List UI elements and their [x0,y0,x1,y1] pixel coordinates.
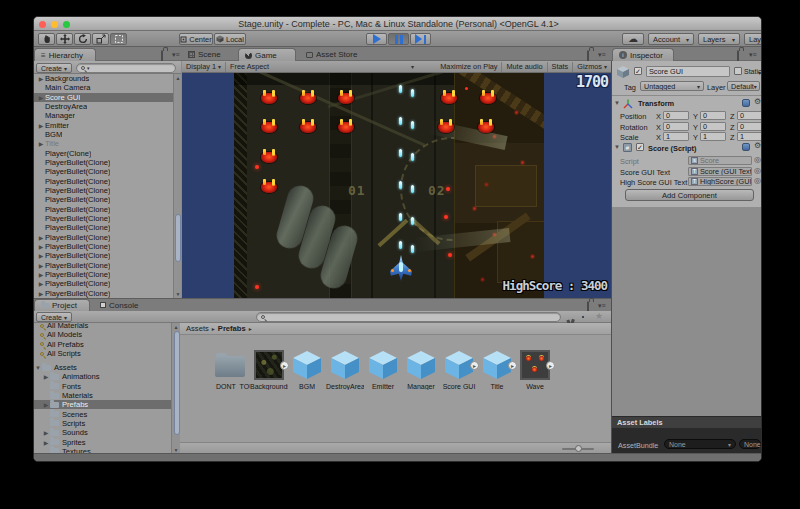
hand-tool-button[interactable] [38,33,55,45]
hierarchy-create-button[interactable]: Create▾ [36,63,72,73]
scale-y-field[interactable]: 1 [700,132,726,141]
foldout-icon[interactable]: ▶ [37,122,45,129]
hierarchy-item[interactable]: ▶PlayerBullet(Clone) [34,279,173,288]
hierarchy-item[interactable]: ▶PlayerBullet(Clone) [34,242,173,251]
project-tree-item[interactable]: ▶Sprites [34,437,171,446]
hierarchy-item[interactable]: ▶PlayerBullet(Clone) [34,270,173,279]
inspector-menu-icon[interactable]: ▾≡ [749,51,757,58]
foldout-icon[interactable]: ▶ [37,243,45,250]
minimize-traffic-light[interactable] [51,21,58,28]
rect-tool-button[interactable] [110,33,127,45]
tab-scene[interactable]: Scene [182,48,234,61]
foldout-icon[interactable]: ▶ [42,373,50,380]
hierarchy-item[interactable]: Manager [34,111,173,120]
object-picker-icon[interactable]: ◎ [754,167,761,175]
slider-knob[interactable] [575,445,582,452]
assetbundle-variant-dropdown[interactable]: None [739,439,761,449]
hierarchy-scrollbar[interactable]: ▲ ▼ [173,74,181,298]
breadcrumb-root[interactable]: Assets [186,324,209,333]
project-tree-item[interactable]: All Materials [34,323,171,330]
transform-gear-icon[interactable]: ⚙ [754,98,761,106]
project-tree-item[interactable]: ▶Prefabs [34,400,171,409]
foldout-icon[interactable]: ▶ [37,262,45,269]
transform-help-icon[interactable] [742,99,750,107]
layer-dropdown[interactable]: Default▾ [727,81,760,91]
hierarchy-item[interactable]: ▶Score GUI [34,93,173,102]
hierarchy-item[interactable]: PlayerBullet(Clone) [34,205,173,214]
foldout-icon[interactable]: ▶ [42,439,50,446]
search-favorites-star-icon[interactable]: ★ [595,311,603,321]
tab-project[interactable]: Project [34,299,90,311]
project-tree-item[interactable]: ▼Assets [34,363,171,372]
play-button[interactable] [366,33,387,45]
hierarchy-item[interactable]: ▶PlayerBullet(Clone) [34,251,173,260]
position-z-field[interactable]: 0 [737,111,762,120]
object-reference-field[interactable]: THighScore (GUI Tex [688,177,752,186]
cloud-services-button[interactable]: ☁ [622,33,644,45]
project-tree-item[interactable]: All Prefabs [34,340,171,349]
tab-asset-store[interactable]: Asset Store [300,48,372,61]
pause-button[interactable] [388,33,409,45]
hierarchy-item[interactable]: ▶Title [34,139,173,148]
game-viewport[interactable]: 0102 1700 HighScore : 3400 [182,73,611,298]
tab-inspector[interactable]: i Inspector [612,48,674,61]
foldout-icon[interactable]: ▶ [42,401,50,408]
script-component-title[interactable]: Score (Script) [648,144,696,153]
hierarchy-menu-icon[interactable]: ▾≡ [172,51,180,58]
rotate-tool-button[interactable] [74,33,91,45]
layout-dropdown[interactable]: Layout▾ [744,33,762,45]
scale-x-field[interactable]: 1 [663,132,689,141]
object-reference-field[interactable]: TScore (GUI Text) [688,167,752,176]
hierarchy-item[interactable]: ▶Emitter [34,121,173,130]
hierarchy-item[interactable]: BGM [34,130,173,139]
breadcrumb-current[interactable]: Prefabs [218,324,246,333]
pivot-local-button[interactable]: Local [214,33,246,45]
object-reference-field[interactable]: sScore [688,156,752,165]
hierarchy-item[interactable]: Main Camera [34,83,173,92]
gizmos-dropdown[interactable]: Gizmos ▾ [577,62,607,71]
hierarchy-item[interactable]: PlayerBullet(Clone) [34,186,173,195]
prefab-expand-badge[interactable]: ▸ [508,361,517,370]
static-chevron-icon[interactable]: ▾ [758,69,761,76]
project-tree-item[interactable]: All Scripts [34,349,171,358]
game-menu-icon[interactable]: ▾≡ [598,51,606,58]
object-picker-icon[interactable]: ◎ [754,177,761,185]
project-tree-item[interactable]: Materials [34,391,171,400]
tag-dropdown[interactable]: Untagged▾ [640,81,704,91]
hierarchy-item[interactable]: PlayerBullet(Clone) [34,223,173,232]
hierarchy-item[interactable]: PlayerBullet(Clone) [34,195,173,204]
assetbundle-dropdown[interactable]: None▾ [664,439,736,449]
position-y-field[interactable]: 0 [700,111,726,120]
prefab-expand-badge[interactable]: ▸ [280,361,289,370]
project-search-input[interactable] [256,312,561,322]
transform-title[interactable]: Transform [638,99,674,108]
project-tree-item[interactable]: ▶Sounds [34,428,171,437]
layers-dropdown[interactable]: Layers▾ [698,33,740,45]
object-picker-icon[interactable]: ◎ [754,156,761,164]
hierarchy-item[interactable]: PlayerBullet(Clone) [34,167,173,176]
hierarchy-search-input[interactable]: ▾ [76,63,176,73]
project-tree-item[interactable]: All Models [34,330,171,339]
hierarchy-item[interactable]: PlayerBullet(Clone) [34,158,173,167]
rotation-y-field[interactable]: 0 [700,122,726,131]
project-menu-icon[interactable]: ▾≡ [598,302,606,309]
hierarchy-item[interactable]: ▶PlayerBullet(Clone) [34,261,173,270]
script-gear-icon[interactable]: ⚙ [754,142,761,150]
project-tree-item[interactable]: Scripts [34,419,171,428]
step-button[interactable] [410,33,431,45]
foldout-icon[interactable]: ▶ [37,140,45,147]
hierarchy-item[interactable]: PlayerBullet(Clone) [34,214,173,223]
title-bar[interactable]: Stage.unity - Complete - PC, Mac & Linux… [34,17,762,31]
hierarchy-item[interactable]: ▶Backgrounds [34,74,173,83]
foldout-icon[interactable]: ▶ [37,290,45,297]
script-help-icon[interactable] [742,143,750,151]
rotation-z-field[interactable]: 0 [737,122,762,131]
active-checkbox[interactable]: ✓ [634,67,642,75]
hierarchy-item[interactable]: DestroyArea [34,102,173,111]
project-create-button[interactable]: Create▾ [36,312,72,322]
scale-tool-button[interactable] [92,33,109,45]
stats-button[interactable]: Stats [552,62,569,71]
hierarchy-item[interactable]: PlayerBullet(Clone) [34,177,173,186]
mute-audio-button[interactable]: Mute audio [506,62,542,71]
scale-z-field[interactable]: 1 [737,132,762,141]
